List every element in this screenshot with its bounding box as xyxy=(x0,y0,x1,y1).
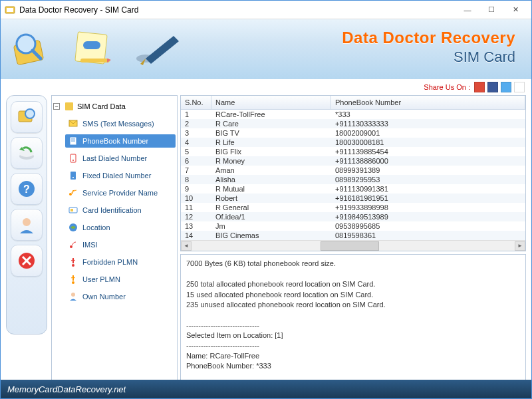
tree-item-icon xyxy=(68,153,78,164)
table-row[interactable]: 5BIG Flix+911139885454 xyxy=(181,147,525,156)
tree-item-icon xyxy=(68,274,78,285)
column-header-name[interactable]: Name xyxy=(211,96,331,109)
table-row[interactable]: 10Robert+916181981951 xyxy=(181,194,525,203)
tree-item-label: Forbidden PLMN xyxy=(82,258,138,266)
user-button[interactable] xyxy=(11,209,43,241)
cell-phone: +916181981951 xyxy=(331,194,525,203)
exit-button[interactable] xyxy=(11,245,43,277)
table-row[interactable]: 12Of.idea/1+919849513989 xyxy=(181,212,525,221)
cell-sno: 14 xyxy=(181,231,211,240)
collapse-icon[interactable]: − xyxy=(53,103,60,110)
titlebar: Data Doctor Recovery - SIM Card — ☐ ✕ xyxy=(1,1,531,19)
tree-item-label: Service Provider Name xyxy=(82,189,158,197)
svg-rect-21 xyxy=(65,102,73,110)
tree-item-fixed-dialed-number[interactable]: Fixed Dialed Number xyxy=(65,169,176,182)
banner-title: Data Doctor Recovery xyxy=(342,29,515,47)
tree-item-label: Card Identification xyxy=(82,206,142,214)
tree-root-label: SIM Card Data xyxy=(77,102,126,110)
tree-item-label: User PLMN xyxy=(82,275,120,283)
table-row[interactable]: 8Alisha08989295953 xyxy=(181,175,525,184)
scrollbar-thumb[interactable] xyxy=(321,241,378,251)
help-button[interactable]: ? xyxy=(11,173,43,205)
cell-sno: 1 xyxy=(181,110,211,119)
share-more-icon[interactable] xyxy=(514,82,525,92)
tree-item-label: PhoneBook Number xyxy=(82,137,148,145)
cell-sno: 3 xyxy=(181,128,211,138)
tree-item-forbidden-plmn[interactable]: Forbidden PLMN xyxy=(65,255,176,269)
cell-phone: +919933898998 xyxy=(331,203,525,212)
maximize-button[interactable]: ☐ xyxy=(479,3,503,17)
minimize-button[interactable]: — xyxy=(456,3,479,17)
scroll-right-button[interactable]: ► xyxy=(515,241,525,251)
cell-phone: 08989295953 xyxy=(331,175,525,184)
table-row[interactable]: 4R Life180030008181 xyxy=(181,138,525,147)
table-row[interactable]: 14BIG Cinemas0819598361 xyxy=(181,231,525,240)
svg-point-11 xyxy=(25,109,35,118)
scan-sim-button[interactable] xyxy=(11,101,43,133)
cell-sno: 5 xyxy=(181,147,211,156)
banner: Data Doctor Recovery SIM Card xyxy=(1,19,531,79)
sim-icon xyxy=(64,101,74,112)
cell-name: R Money xyxy=(211,156,331,166)
table-row[interactable]: 7Aman08999391389 xyxy=(181,166,525,175)
tree-item-icon xyxy=(68,291,78,302)
svg-rect-6 xyxy=(83,41,100,49)
cell-name: Alisha xyxy=(211,175,331,184)
svg-point-30 xyxy=(69,193,72,196)
table-row[interactable]: 11R General+919933898998 xyxy=(181,203,525,212)
table-row[interactable]: 3BIG TV18002009001 xyxy=(181,128,525,138)
table-row[interactable]: 13Jm09538995685 xyxy=(181,221,525,231)
tree-item-icon xyxy=(68,170,78,181)
table-row[interactable]: 1RCare-TollFree*333 xyxy=(181,110,525,119)
svg-point-29 xyxy=(72,177,74,178)
cell-name: R Care xyxy=(211,119,331,128)
close-button[interactable]: ✕ xyxy=(503,3,527,17)
cell-sno: 8 xyxy=(181,175,211,184)
tree-item-user-plmn[interactable]: User PLMN xyxy=(65,273,176,286)
column-header-sno[interactable]: S.No. xyxy=(181,96,211,109)
tree-item-icon xyxy=(68,118,78,129)
tree-item-phonebook-number[interactable]: PhoneBook Number xyxy=(65,134,176,148)
cell-name: BIG Flix xyxy=(211,147,331,156)
column-header-phone[interactable]: PhoneBook Number xyxy=(331,96,525,109)
cell-phone: +911130991381 xyxy=(331,184,525,194)
details-panel: 7000 Bytes (6 KB) total phonebook reord … xyxy=(180,254,526,393)
tree-item-label: Location xyxy=(82,223,110,231)
tree-item-last-dialed-number[interactable]: Last Dialed Number xyxy=(65,152,176,165)
googleplus-icon[interactable] xyxy=(474,82,485,92)
svg-point-39 xyxy=(71,293,75,297)
report-icon xyxy=(71,29,118,69)
tree-item-sms-text-messages-[interactable]: SMS (Text Messages) xyxy=(65,117,176,130)
table-row[interactable]: 6R Money+911138886000 xyxy=(181,156,525,166)
cell-name: Aman xyxy=(211,166,331,175)
share-row: Share Us On : xyxy=(1,79,531,94)
cell-sno: 13 xyxy=(181,221,211,231)
tree-item-own-number[interactable]: Own Number xyxy=(65,290,176,303)
cell-sno: 11 xyxy=(181,203,211,212)
twitter-icon[interactable] xyxy=(501,82,511,92)
tree-item-imsi[interactable]: IMSI xyxy=(65,238,176,251)
cell-sno: 12 xyxy=(181,212,211,221)
facebook-icon[interactable] xyxy=(487,82,498,92)
window-title: Data Doctor Recovery - SIM Card xyxy=(19,5,456,15)
cell-phone: 08999391389 xyxy=(331,166,525,175)
svg-point-17 xyxy=(23,218,31,226)
tree-item-icon xyxy=(68,205,78,215)
tree-item-card-identification[interactable]: Card Identification xyxy=(65,203,176,217)
save-button[interactable] xyxy=(11,137,43,169)
table-row[interactable]: 9R Mutual+911130991381 xyxy=(181,184,525,194)
cell-sno: 2 xyxy=(181,119,211,128)
tree-item-service-provider-name[interactable]: Service Provider Name xyxy=(65,186,176,200)
sim-magnifier-icon xyxy=(9,29,55,69)
cell-phone: +911138886000 xyxy=(331,156,525,166)
tree-item-icon xyxy=(68,222,78,233)
banner-icons xyxy=(9,29,187,69)
table-row[interactable]: 2R Care+911130333333 xyxy=(181,119,525,128)
tree-item-location[interactable]: Location xyxy=(65,221,176,234)
tree-item-icon xyxy=(68,239,78,250)
horizontal-scrollbar[interactable]: ◄ ► xyxy=(181,240,525,251)
scroll-left-button[interactable]: ◄ xyxy=(181,241,192,251)
tree-root[interactable]: − SIM Card Data xyxy=(53,100,176,113)
left-toolbar: ? xyxy=(6,95,47,334)
cell-name: R Life xyxy=(211,138,331,147)
